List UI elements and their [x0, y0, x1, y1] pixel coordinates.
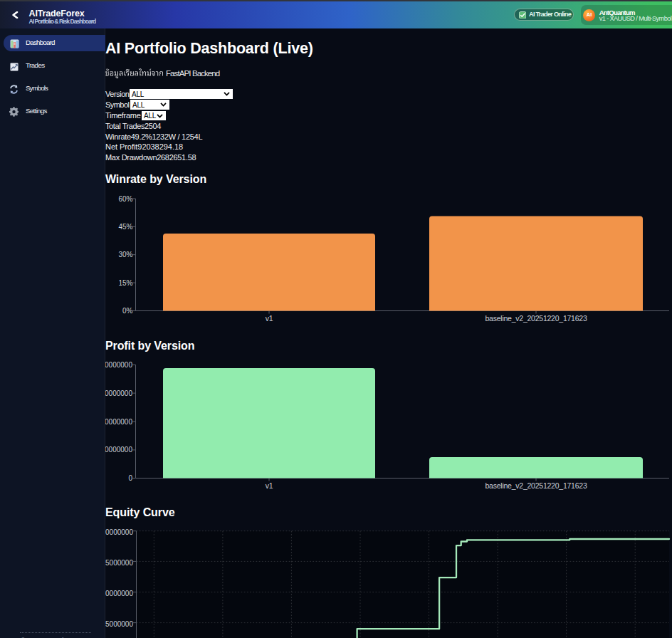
svg-text:0%: 0% — [122, 307, 133, 315]
svg-text:90000000: 90000000 — [105, 528, 133, 536]
svg-text:30%: 30% — [118, 251, 132, 258]
svg-text:60000000: 60000000 — [105, 389, 132, 397]
svg-text:v1: v1 — [266, 481, 273, 490]
svg-text:80000000: 80000000 — [105, 590, 133, 597]
svg-text:v1: v1 — [266, 314, 273, 323]
svg-text:75000000: 75000000 — [105, 620, 133, 628]
svg-text:80000000: 80000000 — [105, 361, 132, 369]
svg-text:40000000: 40000000 — [105, 418, 132, 426]
svg-text:20000000: 20000000 — [105, 446, 132, 454]
svg-text:45%: 45% — [118, 223, 132, 231]
svg-text:60%: 60% — [118, 195, 132, 203]
svg-text:baseline_v2_20251220_171623: baseline_v2_20251220_171623 — [485, 481, 587, 490]
svg-text:15%: 15% — [118, 279, 132, 287]
svg-text:85000000: 85000000 — [105, 559, 133, 567]
svg-text:baseline_v2_20251220_171623: baseline_v2_20251220_171623 — [485, 314, 587, 323]
